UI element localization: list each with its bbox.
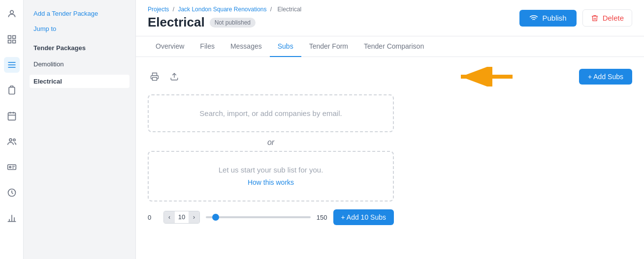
slider-max: 150: [317, 214, 327, 221]
clipboard-icon[interactable]: [4, 83, 20, 98]
calendar-icon[interactable]: [4, 108, 20, 124]
tab-bar: Overview Files Messages Subs Tender Form…: [136, 36, 644, 57]
search-placeholder: Search, import, or add companies by emai…: [199, 109, 342, 117]
svg-rect-2: [12, 36, 15, 39]
value-stepper[interactable]: ‹ 10 ›: [163, 211, 200, 224]
publish-label: Publish: [542, 14, 566, 22]
title-row: Electrical Not published: [148, 15, 303, 30]
print-icon[interactable]: [148, 70, 161, 84]
tab-messages[interactable]: Messages: [223, 36, 270, 57]
breadcrumb-current: Electrical: [278, 6, 302, 13]
icon-nav: [0, 0, 24, 259]
tab-subs[interactable]: Subs: [270, 36, 301, 57]
breadcrumb-sep2: /: [270, 6, 272, 13]
svg-rect-3: [8, 40, 11, 43]
slider-min: 0: [148, 214, 158, 221]
user-icon[interactable]: [4, 6, 20, 22]
svg-point-16: [9, 166, 11, 168]
delete-label: Delete: [603, 14, 624, 22]
list-icon[interactable]: [4, 57, 20, 73]
main-content: Projects / Jack London Square Renovation…: [136, 0, 644, 259]
content-area: + Add Subs Search, import, or add compan…: [136, 57, 644, 259]
header-actions: Publish Delete: [519, 9, 632, 27]
subs-toolbar: + Add Subs: [148, 67, 632, 86]
wifi-icon: [529, 14, 538, 23]
tab-overview[interactable]: Overview: [148, 36, 192, 57]
sidebar-item-demolition[interactable]: Demolition: [30, 58, 129, 71]
id-card-icon[interactable]: [4, 159, 20, 175]
svg-rect-8: [9, 87, 15, 94]
sidebar-item-electrical[interactable]: Electrical: [30, 75, 129, 88]
toolbar-left: [148, 70, 181, 84]
jump-to-link[interactable]: Jump to: [30, 23, 129, 34]
people-icon[interactable]: [4, 134, 20, 149]
publish-button[interactable]: Publish: [519, 10, 576, 27]
add-subs-button[interactable]: + Add Subs: [579, 69, 632, 85]
page-header: Projects / Jack London Square Renovation…: [136, 0, 644, 36]
clock-icon[interactable]: [4, 185, 20, 201]
arrow-indicator: [456, 67, 515, 86]
svg-rect-25: [153, 78, 157, 81]
svg-rect-1: [8, 36, 11, 39]
or-divider: or: [148, 138, 394, 147]
how-this-works-link[interactable]: How this works: [248, 178, 294, 186]
add-10-subs-button[interactable]: + Add 10 Subs: [333, 209, 394, 225]
sub-count-slider[interactable]: [206, 216, 311, 218]
breadcrumb-sep1: /: [173, 6, 174, 13]
tab-files[interactable]: Files: [192, 36, 223, 57]
header-left: Projects / Jack London Square Renovation…: [148, 6, 303, 30]
svg-point-0: [10, 10, 13, 14]
breadcrumb-project[interactable]: Jack London Square Renovations: [178, 6, 266, 13]
stepper-decrement[interactable]: ‹: [164, 211, 175, 223]
grid-icon[interactable]: [4, 31, 20, 47]
sub-list-text: Let us start your sub list for you.: [162, 166, 379, 174]
add-subs-container: + Add Subs: [456, 67, 632, 86]
svg-rect-9: [8, 113, 15, 120]
stepper-value: 10: [175, 211, 189, 223]
stepper-increment[interactable]: ›: [189, 211, 199, 223]
svg-rect-4: [12, 40, 15, 43]
trash-icon: [591, 14, 599, 22]
tab-tender-form[interactable]: Tender Form: [301, 36, 356, 57]
bar-chart-icon[interactable]: [4, 210, 20, 226]
tender-packages-section: Tender Packages: [30, 42, 129, 54]
status-badge: Not published: [210, 18, 256, 28]
page-title: Electrical: [148, 15, 205, 30]
svg-point-14: [13, 139, 15, 141]
sub-list-box: Let us start your sub list for you. How …: [148, 151, 394, 201]
sidebar: Add a Tender Package Jump to Tender Pack…: [24, 0, 136, 259]
breadcrumb: Projects / Jack London Square Renovation…: [148, 6, 303, 13]
export-icon[interactable]: [167, 70, 181, 84]
svg-point-13: [9, 139, 12, 141]
search-box[interactable]: Search, import, or add companies by emai…: [148, 94, 394, 132]
tab-tender-comparison[interactable]: Tender Comparison: [356, 36, 432, 57]
add-tender-package-link[interactable]: Add a Tender Package: [30, 8, 129, 19]
delete-button[interactable]: Delete: [582, 9, 632, 27]
slider-row: 0 ‹ 10 › 150 + Add 10 Subs: [148, 209, 394, 225]
breadcrumb-projects[interactable]: Projects: [148, 6, 169, 13]
